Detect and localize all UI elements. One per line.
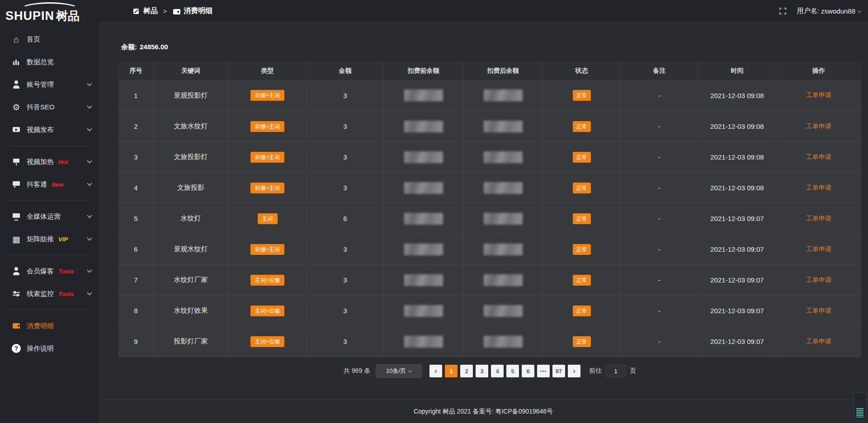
user-dropdown[interactable]: 用户名: zswodun88 <box>797 7 861 15</box>
page-button[interactable]: 97 <box>552 365 565 377</box>
cell-time: 2021-12-03 09:08 <box>698 111 776 141</box>
cell-note: - <box>621 111 698 141</box>
page-size-select[interactable]: 10条/页 <box>376 364 422 378</box>
cell-note: - <box>621 296 698 326</box>
cell-action: 工单申请 <box>776 203 861 234</box>
cell-type: 主词 <box>228 203 307 234</box>
sidebar-item-omni-media-operation[interactable]: 全媒体运营 <box>0 205 99 228</box>
sidebar-menu: 首页 数据总览 账号管理 <box>0 28 99 360</box>
sidebar-item-tag: Hot <box>58 159 68 165</box>
cell-status: 正常 <box>543 80 621 111</box>
cell-amount: 3 <box>307 142 384 172</box>
page-button[interactable]: 1 <box>445 365 458 377</box>
cell-type: 前缀+主词 <box>228 173 307 203</box>
cell-keyword: 景观水纹灯 <box>154 234 228 264</box>
browser-widget[interactable] <box>854 392 866 421</box>
ticket-apply-link[interactable]: 工单申请 <box>806 215 831 223</box>
copyright-text: Copyright 树品 2021 备案号: 粤ICP备09019646号 <box>414 408 553 416</box>
redacted-balance-after <box>484 182 523 194</box>
cell-keyword: 文旅投影灯 <box>154 142 228 172</box>
breadcrumb-current[interactable]: 消费明细 <box>172 6 212 16</box>
cell-balance-before <box>384 265 463 295</box>
redacted-balance-before <box>404 244 443 255</box>
table-row: 7 水纹灯厂家 主词+后缀 3 正常 - 2021-12-03 09:07 工单… <box>118 264 861 295</box>
cell-keyword: 文旅投影 <box>154 173 228 203</box>
page-button[interactable]: 3 <box>476 365 488 377</box>
cell-amount: 3 <box>307 265 384 295</box>
cell-amount: 3 <box>307 173 384 203</box>
cell-type: 前缀+主词 <box>228 80 307 111</box>
page-button[interactable]: 5 <box>506 365 519 377</box>
sidebar-item-label: 线索监控 <box>27 290 54 298</box>
redacted-balance-after <box>484 213 523 225</box>
cell-index: 8 <box>118 296 154 326</box>
ticket-apply-link[interactable]: 工单申请 <box>806 245 831 254</box>
cell-index: 6 <box>118 234 154 264</box>
cell-status: 正常 <box>543 234 621 264</box>
page-button[interactable]: ••• <box>537 365 550 377</box>
sidebar-item-label: 操作说明 <box>27 344 54 353</box>
type-badge: 主词+后缀 <box>250 306 284 316</box>
cell-action: 工单申请 <box>776 234 861 264</box>
sidebar-item-consumption-detail[interactable]: 消费明细 <box>0 315 99 337</box>
cell-type: 前缀+主词 <box>228 234 307 264</box>
username: zswodun88 <box>821 7 855 15</box>
sidebar-item-doukuaitong[interactable]: 抖客通 New <box>0 173 99 196</box>
sidebar-item-account-management[interactable]: 账号管理 <box>0 73 99 96</box>
cell-balance-after <box>463 203 543 234</box>
breadcrumb-current-label: 消费明细 <box>184 6 212 16</box>
cell-action: 工单申请 <box>776 142 861 172</box>
goto-suffix: 页 <box>630 367 636 375</box>
redacted-balance-before <box>404 213 443 225</box>
sidebar-item-matrix-boost[interactable]: 矩阵助推 VIP <box>0 228 99 250</box>
page-button[interactable]: 4 <box>491 365 504 377</box>
ticket-apply-link[interactable]: 工单申请 <box>806 153 831 161</box>
ticket-apply-link[interactable]: 工单申请 <box>806 307 831 315</box>
cell-action: 工单申请 <box>776 296 861 326</box>
widget-stripes-icon <box>856 408 863 418</box>
sidebar-item-video-publish[interactable]: 视频发布 <box>0 118 99 141</box>
sidebar-item-instructions[interactable]: 操作说明 <box>0 337 99 360</box>
top-header: 树品 > 消费明细 用户名: zswodun88 <box>99 0 868 23</box>
goto-page-input[interactable] <box>605 365 626 377</box>
sidebar-item-member-baoke[interactable]: 会员爆客 Tools <box>0 260 99 282</box>
sidebar-item-douyin-seo[interactable]: 抖音SEO <box>0 96 99 118</box>
sidebar-divider <box>8 146 92 146</box>
next-page-button[interactable]: › <box>568 365 580 377</box>
sidebar-item-video-heating[interactable]: 视频加热 Hot <box>0 150 99 173</box>
breadcrumb-root[interactable]: 树品 <box>132 6 158 16</box>
cell-index: 4 <box>118 173 154 203</box>
page-button[interactable]: 6 <box>522 365 534 377</box>
balance: 余额:24856.00 <box>121 43 868 52</box>
sidebar-item-data-overview[interactable]: 数据总览 <box>0 51 99 73</box>
ticket-apply-link[interactable]: 工单申请 <box>806 184 831 192</box>
status-badge: 正常 <box>573 213 591 224</box>
cell-balance-before <box>384 80 463 111</box>
cell-amount: 3 <box>307 111 384 141</box>
cell-note: - <box>621 234 698 264</box>
cell-status: 正常 <box>543 265 621 295</box>
home-icon <box>12 35 21 44</box>
fullscreen-icon[interactable] <box>779 8 786 14</box>
redacted-balance-before <box>404 305 443 317</box>
ticket-apply-link[interactable]: 工单申请 <box>806 338 831 346</box>
cell-type: 前缀+主词 <box>228 142 307 172</box>
sidebar-item-label: 账号管理 <box>27 80 54 89</box>
redacted-balance-after <box>484 244 523 255</box>
ticket-apply-link[interactable]: 工单申请 <box>806 276 831 284</box>
monitor-icon <box>12 212 21 221</box>
cell-note: - <box>621 80 698 111</box>
table-header-cell: 序号 <box>118 61 154 80</box>
ticket-apply-link[interactable]: 工单申请 <box>806 91 831 99</box>
page-button[interactable]: 2 <box>460 365 473 377</box>
prev-page-button[interactable]: ‹ <box>429 365 442 377</box>
type-badge: 前缀+主词 <box>250 90 284 101</box>
chevron-down-icon <box>87 213 92 218</box>
sidebar-item-label: 会员爆客 <box>27 267 54 276</box>
cell-keyword: 水纹灯效果 <box>154 296 228 326</box>
cell-keyword: 文旅水纹灯 <box>154 111 228 141</box>
sidebar-divider <box>8 255 92 255</box>
ticket-apply-link[interactable]: 工单申请 <box>806 122 831 131</box>
sidebar-item-home[interactable]: 首页 <box>0 28 99 51</box>
sidebar-item-clue-monitor[interactable]: 线索监控 Tools <box>0 282 99 305</box>
